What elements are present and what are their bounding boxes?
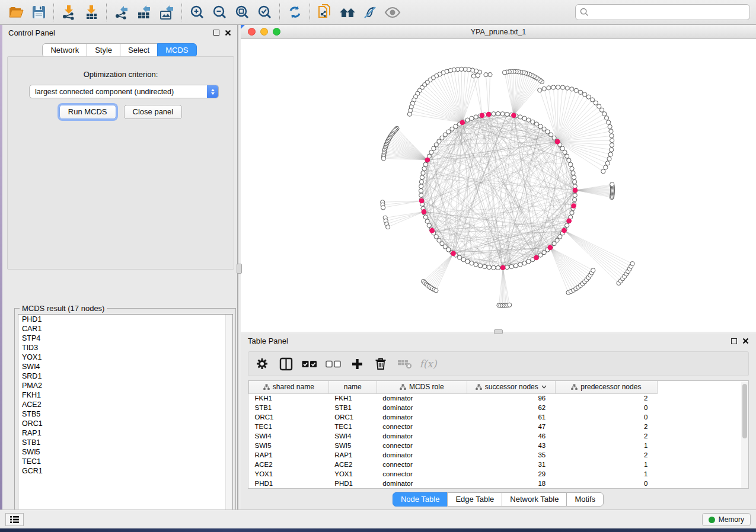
column-header-predecessor-nodes[interactable]: predecessor nodes	[555, 381, 657, 393]
network-home-button[interactable]	[336, 2, 359, 23]
export-network-icon	[114, 5, 129, 20]
mcds-result-item[interactable]: PHD1	[18, 315, 232, 324]
table-row[interactable]: ACE2ACE2connector311	[249, 460, 658, 469]
vertical-splitter-handle[interactable]	[237, 264, 242, 274]
mcds-result-item[interactable]: STB5	[18, 409, 232, 419]
refresh-layout-button[interactable]	[283, 2, 306, 23]
tab-style[interactable]: Style	[87, 43, 120, 57]
mcds-result-item[interactable]: STP4	[18, 334, 232, 343]
open-folder-icon	[8, 5, 24, 20]
close-panel-button[interactable]: Close panel	[124, 105, 183, 119]
close-panel-icon[interactable]	[225, 30, 231, 36]
mcds-result-item[interactable]: YOX1	[18, 352, 232, 362]
export-image-button[interactable]	[155, 2, 178, 23]
table-row[interactable]: PHD1PHD1dominator180	[249, 479, 658, 488]
tab-network[interactable]: Network	[42, 43, 87, 57]
clone-network-icon	[318, 4, 332, 20]
open-session-button[interactable]	[5, 2, 27, 23]
mcds-result-item[interactable]: RAP1	[18, 428, 232, 438]
mcds-result-item[interactable]: FKH1	[18, 390, 232, 400]
zoom-selected-button[interactable]	[253, 2, 276, 23]
mcds-result-item[interactable]: PMA2	[18, 381, 232, 390]
tab-network-table[interactable]: Network Table	[502, 492, 567, 507]
network-canvas[interactable]	[241, 39, 756, 331]
table-row[interactable]: ORC1ORC1dominator610	[249, 412, 658, 422]
run-mcds-button[interactable]: Run MCDS	[59, 105, 116, 119]
table-panel-tabs: Node TableEdge TableNetwork TableMotifs	[241, 492, 756, 507]
table-scrollbar-thumb[interactable]	[742, 384, 747, 438]
column-header-shared-name[interactable]: shared name	[249, 381, 329, 393]
mcds-result-item[interactable]: STB1	[18, 438, 232, 447]
node-table[interactable]: shared namenameMCDS rolesuccessor nodesp…	[248, 380, 749, 489]
import-network-button[interactable]	[58, 2, 80, 23]
network-graph[interactable]	[241, 39, 756, 331]
table-row[interactable]: TEC1TEC1connector472	[249, 422, 658, 431]
optimization-criterion-select[interactable]: largest connected component (undirected)	[29, 85, 219, 98]
select-all-button[interactable]	[302, 356, 317, 371]
zoom-fit-button[interactable]	[231, 2, 253, 23]
table-row[interactable]: SWI5SWI5connector431	[249, 441, 658, 450]
columns-icon	[279, 357, 293, 371]
attribute-type-icon	[263, 384, 270, 390]
clone-network-button[interactable]	[314, 2, 336, 23]
network-window-titlebar[interactable]: YPA_prune.txt_1	[241, 25, 756, 39]
delete-table-button[interactable]	[397, 356, 412, 371]
tab-select[interactable]: Select	[120, 43, 158, 57]
float-panel-icon[interactable]	[731, 338, 737, 344]
table-row[interactable]: FKH1FKH1dominator962	[249, 393, 658, 403]
search-input[interactable]	[592, 8, 745, 17]
close-panel-icon[interactable]	[742, 338, 749, 344]
show-columns-button[interactable]	[278, 356, 294, 371]
table-row[interactable]: RAP1RAP1dominator352	[249, 450, 658, 460]
mcds-result-item[interactable]: TID3	[18, 343, 232, 352]
save-session-button[interactable]	[27, 2, 50, 23]
task-history-button[interactable]	[5, 513, 24, 526]
zoom-out-button[interactable]	[208, 2, 231, 23]
table-settings-button[interactable]	[254, 356, 270, 371]
function-builder-button[interactable]: f(x)	[420, 356, 436, 371]
mcds-result-item[interactable]: ACE2	[18, 400, 232, 409]
export-table-icon	[136, 5, 152, 20]
deselect-all-button[interactable]	[326, 356, 341, 371]
table-row[interactable]: STB1STB1dominator620	[249, 403, 658, 412]
mcds-result-item[interactable]: ORC1	[18, 419, 232, 428]
float-panel-icon[interactable]	[213, 30, 219, 36]
control-panel: Control Panel NetworkStyleSelectMCDS Opt…	[2, 25, 238, 509]
export-table-button[interactable]	[133, 2, 155, 23]
gear-icon	[256, 357, 269, 370]
mcds-result-item[interactable]: SWI4	[18, 362, 232, 371]
zoom-in-button[interactable]	[186, 2, 208, 23]
mcds-result-group: MCDS result (17 nodes) PHD1CAR1STP4TID3Y…	[14, 308, 236, 528]
column-header-MCDS-role[interactable]: MCDS role	[377, 381, 467, 393]
list-scrollbar[interactable]	[225, 315, 232, 524]
save-icon	[32, 5, 46, 19]
horizontal-splitter-handle[interactable]	[494, 329, 503, 334]
tab-mcds[interactable]: MCDS	[157, 43, 196, 57]
column-header-successor-nodes[interactable]: successor nodes	[467, 381, 555, 393]
deselect-all-icon	[326, 360, 341, 368]
add-row-button[interactable]	[349, 356, 365, 371]
delete-row-button[interactable]	[373, 356, 388, 371]
table-scrollbar[interactable]	[741, 382, 748, 488]
export-network-button[interactable]	[110, 2, 133, 23]
mcds-result-item[interactable]: TEC1	[18, 457, 232, 466]
search-box[interactable]	[575, 4, 750, 20]
mcds-result-item[interactable]: CAR1	[18, 324, 232, 334]
tab-node-table[interactable]: Node Table	[393, 492, 448, 507]
column-header-name[interactable]: name	[328, 381, 377, 393]
mcds-result-list[interactable]: PHD1CAR1STP4TID3YOX1SWI4SRD1PMA2FKH1ACE2…	[18, 314, 233, 525]
toolbar-separator	[310, 4, 310, 21]
mcds-result-item[interactable]: GCR1	[18, 466, 232, 476]
tab-edge-table[interactable]: Edge Table	[447, 492, 502, 507]
mcds-result-item[interactable]: SWI5	[18, 447, 232, 457]
show-graphics-button[interactable]	[381, 2, 404, 23]
network-view-window: YPA_prune.txt_1	[241, 25, 756, 332]
select-stepper-icon	[207, 85, 218, 98]
mcds-result-item[interactable]: SRD1	[18, 371, 232, 381]
table-row[interactable]: SWI4SWI4dominator462	[249, 431, 658, 441]
hide-graphics-button[interactable]	[359, 2, 381, 23]
tab-motifs[interactable]: Motifs	[566, 492, 604, 507]
table-row[interactable]: YOX1YOX1connector291	[249, 469, 658, 479]
import-table-button[interactable]	[80, 2, 103, 23]
memory-button[interactable]: Memory	[702, 513, 751, 526]
